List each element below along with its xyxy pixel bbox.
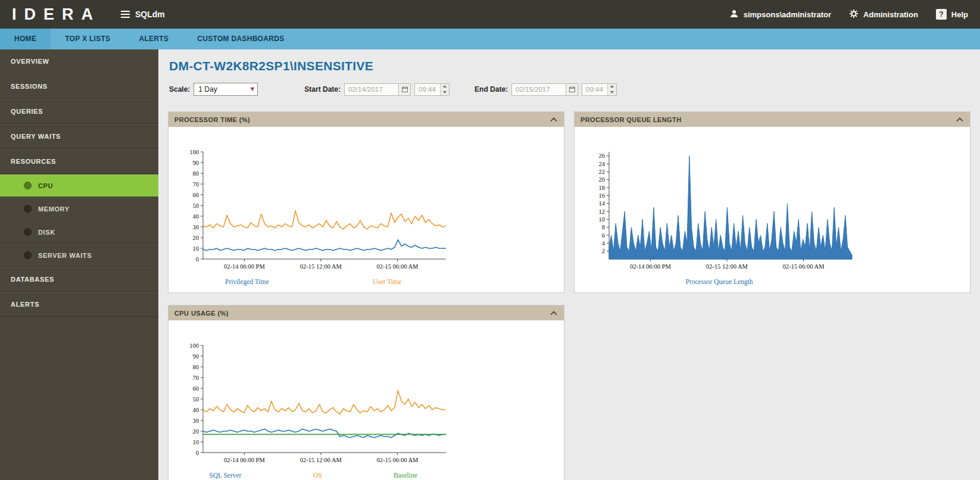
- svg-text:90: 90: [193, 160, 199, 166]
- svg-text:02-15 06:00 AM: 02-15 06:00 AM: [376, 457, 419, 463]
- user-menu[interactable]: simpsons\administrator: [729, 9, 831, 20]
- subitem-label: DISK: [38, 229, 55, 236]
- start-calendar-button[interactable]: [399, 83, 411, 96]
- sidebar-item-alerts[interactable]: ALERTS: [0, 292, 158, 317]
- dropdown-caret-icon: ▼: [249, 85, 255, 92]
- svg-text:02-15 12:00 AM: 02-15 12:00 AM: [300, 263, 342, 270]
- svg-text:2: 2: [602, 248, 605, 254]
- svg-text:02-14 06:00 PM: 02-14 06:00 PM: [224, 457, 266, 463]
- legend-label: Processor Queue Length: [685, 278, 753, 285]
- start-date-label: Start Date:: [304, 85, 341, 93]
- svg-text:10: 10: [193, 439, 199, 445]
- cpu-usage-chart: 010203040506070809010002-14 06:00 PM02-1…: [173, 341, 453, 468]
- legend-label: Privileged Time: [225, 278, 269, 285]
- nav-alerts[interactable]: ALERTS: [124, 29, 183, 49]
- svg-text:100: 100: [189, 342, 199, 349]
- bullet-icon: [24, 182, 32, 189]
- svg-text:0: 0: [196, 450, 199, 456]
- svg-text:20: 20: [599, 176, 606, 183]
- administration-button[interactable]: Administration: [849, 9, 918, 20]
- svg-text:70: 70: [193, 181, 199, 188]
- sidebar-subitem-server-waits[interactable]: SERVER WAITS: [0, 244, 158, 267]
- start-time-stepper[interactable]: 09:44: [414, 83, 450, 96]
- nav-top-x-lists[interactable]: TOP X LISTS: [51, 29, 124, 49]
- bullet-icon: [24, 228, 32, 236]
- svg-text:30: 30: [193, 417, 199, 424]
- nav-custom-dashboards[interactable]: CUSTOM DASHBOARDS: [183, 29, 298, 49]
- svg-text:100: 100: [189, 149, 199, 155]
- help-label: Help: [951, 10, 968, 19]
- svg-text:70: 70: [193, 375, 199, 381]
- sidebar: OVERVIEW SESSIONS QUERIES QUERY WAITS RE…: [0, 49, 158, 480]
- legend-label: Baseline: [394, 472, 417, 479]
- end-time-spinner-icon[interactable]: [607, 84, 616, 95]
- svg-text:60: 60: [193, 192, 199, 198]
- chart-legend: Processor Queue Length: [579, 278, 859, 285]
- svg-text:80: 80: [193, 364, 199, 370]
- sidebar-item-databases[interactable]: DATABASES: [0, 267, 158, 292]
- sidebar-item-sessions[interactable]: SESSIONS: [0, 74, 158, 99]
- svg-text:02-15 06:00 AM: 02-15 06:00 AM: [376, 263, 419, 270]
- sidebar-subitem-disk[interactable]: DISK: [0, 220, 158, 244]
- svg-text:30: 30: [193, 224, 199, 230]
- start-time-value: 09:44: [415, 84, 440, 95]
- processor-time-chart: 010203040506070809010002-14 06:00 PM02-1…: [173, 147, 453, 275]
- sidebar-subitem-cpu[interactable]: CPU: [0, 174, 158, 197]
- sidebar-item-queries[interactable]: QUERIES: [0, 99, 158, 124]
- scale-value: 1 Day: [198, 85, 217, 93]
- svg-text:22: 22: [599, 169, 606, 175]
- svg-text:24: 24: [599, 161, 606, 167]
- cpu-usage-panel: CPU USAGE (%) 010203040506070809010002-1…: [168, 305, 564, 480]
- bullet-icon: [24, 205, 32, 213]
- collapse-chevron-icon[interactable]: [956, 116, 964, 123]
- end-time-value: 09:44: [582, 84, 607, 95]
- svg-text:60: 60: [193, 385, 199, 392]
- svg-text:40: 40: [193, 213, 199, 220]
- scale-select[interactable]: 1 Day ▼: [193, 83, 258, 96]
- hamburger-menu-icon[interactable]: [121, 11, 130, 18]
- chart-legend: Privileged TimeUser Time: [173, 278, 453, 285]
- panel-title: PROCESSOR QUEUE LENGTH: [580, 116, 682, 123]
- svg-text:02-15 06:00 AM: 02-15 06:00 AM: [782, 263, 825, 270]
- legend-label: SQL Server: [209, 472, 241, 479]
- svg-text:8: 8: [602, 224, 605, 230]
- svg-text:16: 16: [599, 192, 606, 199]
- svg-text:02-15 12:00 AM: 02-15 12:00 AM: [706, 263, 748, 270]
- end-calendar-button[interactable]: [566, 83, 578, 96]
- svg-text:12: 12: [599, 208, 606, 215]
- page-title: DM-CT-W2K8R2SP1\INSENSITIVE: [169, 59, 970, 73]
- scale-label: Scale:: [169, 85, 190, 93]
- idera-logo: IDERA: [12, 5, 101, 24]
- collapse-chevron-icon[interactable]: [550, 116, 558, 123]
- panel-title: CPU USAGE (%): [174, 310, 229, 317]
- svg-text:90: 90: [193, 353, 199, 360]
- chart-legend: SQL ServerOSBaseline: [173, 472, 453, 479]
- sidebar-item-overview[interactable]: OVERVIEW: [0, 49, 158, 74]
- processor-queue-panel: PROCESSOR QUEUE LENGTH 24681012141618202…: [574, 111, 970, 293]
- panel-title: PROCESSOR TIME (%): [174, 116, 250, 123]
- subitem-label: SERVER WAITS: [38, 252, 92, 259]
- svg-text:50: 50: [193, 396, 199, 403]
- end-date-label: End Date:: [475, 85, 508, 93]
- main-nav: HOME TOP X LISTS ALERTS CUSTOM DASHBOARD…: [0, 29, 980, 49]
- start-time-spinner-icon[interactable]: [440, 84, 449, 95]
- svg-text:14: 14: [599, 200, 606, 207]
- end-date-input[interactable]: [511, 83, 566, 96]
- legend-label: User Time: [373, 278, 401, 285]
- sidebar-item-query-waits[interactable]: QUERY WAITS: [0, 124, 158, 149]
- bullet-icon: [24, 251, 32, 259]
- svg-text:18: 18: [599, 185, 606, 191]
- end-time-stepper[interactable]: 09:44: [582, 83, 617, 96]
- svg-text:10: 10: [193, 245, 199, 252]
- gear-icon: [849, 9, 859, 20]
- help-button[interactable]: ? Help: [936, 9, 968, 20]
- sidebar-item-resources[interactable]: RESOURCES: [0, 149, 158, 174]
- sidebar-subitem-memory[interactable]: MEMORY: [0, 197, 158, 220]
- collapse-chevron-icon[interactable]: [550, 310, 558, 317]
- app-name: SQLdm: [135, 10, 165, 19]
- svg-text:02-15 12:00 AM: 02-15 12:00 AM: [300, 457, 342, 463]
- nav-home[interactable]: HOME: [0, 29, 51, 49]
- start-date-input[interactable]: [344, 83, 399, 96]
- svg-text:40: 40: [193, 407, 199, 413]
- user-name: simpsons\administrator: [744, 10, 831, 19]
